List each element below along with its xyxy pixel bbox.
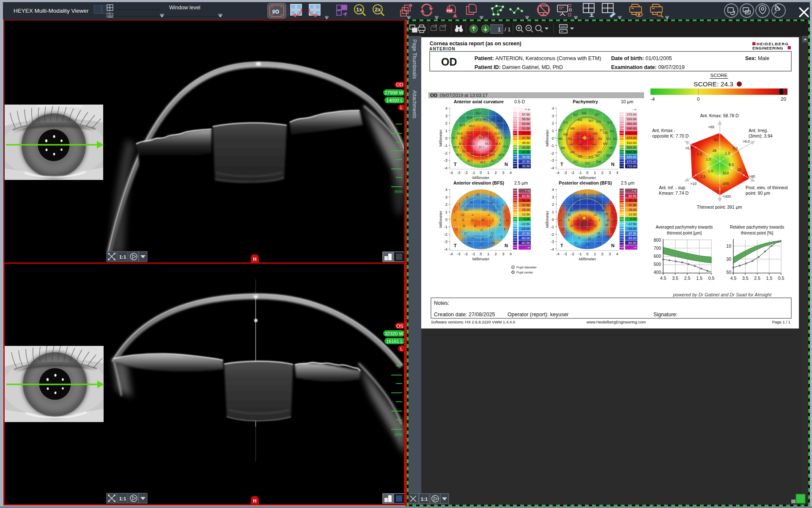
svg-text:mm: mm (395, 189, 403, 194)
svg-text:23: 23 (593, 224, 597, 227)
svg-text:27: 27 (613, 218, 616, 221)
svg-text:486: 486 (561, 146, 565, 149)
svg-text:-25: -25 (606, 218, 610, 221)
svg-text:4: 4 (616, 251, 618, 256)
svg-text:Patient ID: Damien Gatinel, MD: Patient ID: Damien Gatinel, MD, PhD (475, 64, 563, 70)
svg-text:37.50: 37.50 (628, 203, 636, 207)
svg-text:1: 1 (108, 14, 110, 18)
svg-text:6: 6 (502, 203, 504, 206)
svg-text:505: 505 (603, 142, 608, 145)
svg-text:48.5: 48.5 (461, 136, 466, 139)
svg-text:49.5: 49.5 (490, 150, 496, 153)
svg-text:-12: -12 (489, 235, 493, 238)
svg-text:10: 10 (453, 218, 456, 221)
svg-text:52.4: 52.4 (462, 150, 468, 153)
svg-text:0: 0 (480, 251, 482, 256)
svg-text:22: 22 (494, 209, 497, 212)
svg-text:-22: -22 (567, 213, 571, 216)
svg-text:2.5 µm: 2.5 µm (621, 180, 635, 185)
svg-text:62.50: 62.50 (628, 194, 636, 198)
svg-text:25: 25 (503, 210, 506, 213)
svg-text:0: 0 (586, 251, 588, 256)
svg-text:thinnest point [µm]: thinnest point [µm] (667, 231, 702, 235)
svg-text:537: 537 (595, 113, 599, 116)
svg-text:N: N (505, 162, 508, 167)
svg-text:4: 4 (552, 106, 554, 110)
svg-text:0: 0 (598, 218, 600, 221)
svg-text:- ∞: - ∞ (632, 246, 636, 249)
svg-text:55.50: 55.50 (522, 117, 530, 121)
svg-text:444: 444 (592, 143, 597, 146)
svg-text:540: 540 (609, 146, 614, 149)
svg-text:534: 534 (596, 160, 601, 163)
svg-text:2: 2 (552, 121, 554, 125)
svg-text:62.50: 62.50 (522, 194, 530, 198)
svg-text:507: 507 (558, 129, 563, 132)
svg-text:3.5: 3.5 (672, 276, 678, 281)
svg-text:Ant. Irreg.: Ant. Irreg. (749, 128, 768, 133)
svg-text:mm: mm (395, 432, 403, 437)
svg-text:Millimeter: Millimeter (579, 257, 596, 261)
svg-text:41.1: 41.1 (483, 118, 489, 121)
svg-text:1: 1 (594, 251, 596, 256)
svg-text:L: L (400, 346, 403, 351)
svg-text:-9: -9 (500, 235, 502, 238)
svg-text:-32: -32 (575, 201, 579, 204)
svg-text:42.2: 42.2 (503, 145, 508, 148)
svg-text:-2: -2 (571, 170, 574, 175)
svg-text:1: 1 (487, 170, 489, 175)
svg-text:4: 4 (445, 187, 447, 192)
svg-text:1: 1 (594, 170, 596, 175)
svg-text:-3: -3 (444, 239, 447, 244)
svg-text:1x: 1x (356, 6, 362, 13)
svg-text:54.2: 54.2 (471, 152, 476, 155)
svg-text:-25.00: -25.00 (628, 227, 636, 231)
svg-text:-50.00: -50.00 (628, 236, 636, 240)
svg-text:53.50: 53.50 (522, 122, 530, 126)
svg-text:270.00: 270.00 (627, 113, 636, 116)
svg-text:0.5: 0.5 (708, 276, 715, 281)
svg-text:543: 543 (610, 130, 614, 133)
svg-text:L: L (400, 105, 403, 110)
svg-text:-60: -60 (588, 218, 592, 221)
svg-text:Millimeter: Millimeter (472, 175, 490, 180)
svg-text:470: 470 (723, 182, 729, 186)
svg-text:510.00: 510.00 (627, 141, 636, 145)
svg-text:3: 3 (472, 236, 474, 239)
svg-text:-29: -29 (489, 202, 493, 204)
svg-text:493: 493 (597, 151, 602, 154)
svg-text:498: 498 (578, 119, 582, 121)
svg-text:485: 485 (570, 127, 575, 130)
svg-text:-1: -1 (498, 213, 501, 215)
svg-text:26: 26 (610, 211, 614, 214)
svg-text:-12: -12 (490, 232, 494, 235)
svg-text:>80: >80 (749, 174, 755, 179)
svg-text:50.00: 50.00 (628, 199, 636, 202)
svg-text:SCORE: SCORE (710, 73, 728, 78)
svg-text:-1: -1 (578, 170, 582, 175)
svg-text:47.1: 47.1 (483, 126, 489, 129)
svg-text:50.00: 50.00 (522, 199, 530, 202)
svg-text:39.1: 39.1 (504, 129, 509, 132)
svg-text:54.2: 54.2 (482, 154, 487, 157)
svg-text:45.50: 45.50 (522, 141, 530, 145)
svg-text:-4: -4 (556, 251, 559, 256)
svg-text:54.6: 54.6 (469, 142, 475, 145)
svg-text:-3: -3 (444, 158, 447, 163)
svg-text:0: 0 (586, 170, 588, 175)
svg-text:T: T (454, 243, 457, 248)
svg-text:0: 0 (445, 136, 447, 141)
svg-text:T: T (560, 162, 563, 167)
svg-text:H: H (253, 257, 257, 262)
svg-text:512: 512 (573, 160, 578, 163)
svg-text:thinnest point [%]: thinnest point [%] (741, 231, 774, 235)
svg-text:523: 523 (585, 162, 590, 165)
svg-text:50.1: 50.1 (459, 142, 464, 145)
svg-text:52.4: 52.4 (489, 153, 495, 156)
svg-text:-19: -19 (597, 241, 601, 244)
svg-text:Posterior elevation (BFS): Posterior elevation (BFS) (559, 180, 612, 185)
svg-text:-4: -4 (444, 247, 447, 251)
svg-text:522: 522 (573, 113, 578, 116)
svg-text:46.5: 46.5 (454, 146, 459, 149)
svg-text:14: 14 (487, 224, 490, 227)
